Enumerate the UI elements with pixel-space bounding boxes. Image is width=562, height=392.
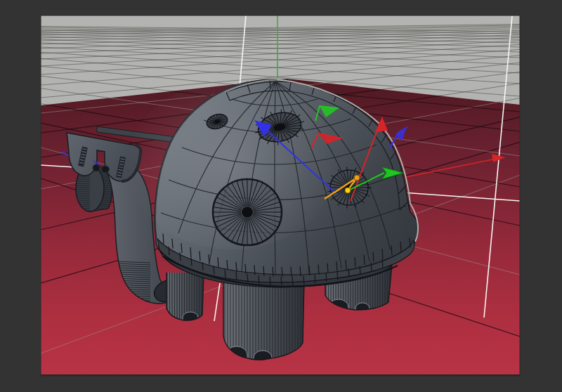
handle-dot [354,175,360,181]
leg-left [166,273,204,322]
viewport-canvas[interactable] [0,0,562,392]
leg-center [223,280,304,361]
bracket-knob-right [102,166,110,173]
origin-dot [345,188,351,193]
app-window [0,0,562,392]
vent-disc-large [213,179,282,245]
bracket-knob-left [93,164,100,171]
